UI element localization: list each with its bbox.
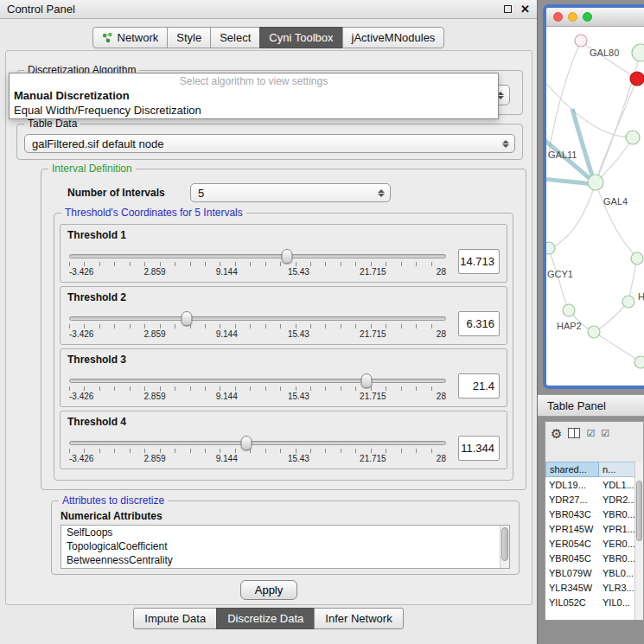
table-row[interactable]: YBR043CYBR0...	[545, 507, 643, 521]
tick-labels: -3.4262.8599.14415.4321.71528	[69, 267, 446, 277]
cell[interactable]: YER054C	[545, 539, 599, 549]
tick-label: 28	[437, 329, 446, 339]
cell[interactable]: YDR27...	[545, 494, 599, 505]
table-data-group: Table Data galFiltered.sif default node	[16, 124, 523, 160]
list-item[interactable]: SelfLoops	[61, 526, 509, 539]
select-all-checkbox-icon[interactable]: ☑	[586, 429, 595, 438]
minimize-traffic-light-icon[interactable]	[568, 12, 577, 22]
slider-ticks	[69, 386, 446, 391]
node[interactable]	[588, 326, 600, 338]
table-row[interactable]: YPR145WYPR1...	[545, 521, 643, 536]
group-title: Threshold's Coordinates for 5 Intervals	[61, 207, 246, 219]
selected-node[interactable]	[630, 72, 644, 86]
node-label: HAP2	[557, 321, 582, 331]
table-row[interactable]: YER054CYER0...	[545, 536, 643, 551]
dropdown-option-manual-discretization[interactable]: Manual Discretization	[10, 88, 498, 103]
scrollbar-thumb[interactable]	[636, 481, 642, 541]
tab-infer-network[interactable]: Infer Network	[314, 608, 403, 629]
tick-label: 2.859	[144, 329, 166, 339]
threshold-label: Threshold 4	[67, 416, 500, 428]
cell[interactable]: YLR345W	[545, 583, 599, 593]
tab-cyni-toolbox[interactable]: Cyni Toolbox	[259, 27, 342, 48]
node[interactable]	[632, 44, 644, 61]
column-header-shared-name[interactable]: shared...	[545, 462, 599, 477]
gear-icon[interactable]: ⚙	[551, 427, 562, 440]
tab-network[interactable]: Network	[92, 27, 169, 48]
threshold-slider[interactable]: -3.4262.8599.14415.4321.71528	[67, 370, 448, 401]
slider-track[interactable]	[69, 441, 446, 445]
list-item[interactable]: BetweennessCentrality	[61, 553, 509, 567]
tab-select[interactable]: Select	[210, 27, 260, 48]
cell[interactable]: YIL052C	[545, 597, 599, 608]
zoom-traffic-light-icon[interactable]	[583, 12, 592, 22]
node[interactable]	[546, 242, 555, 254]
tab-jactivemnodules[interactable]: jActiveMNodules	[342, 27, 445, 48]
dropdown-option-equal-width-frequency[interactable]: Equal Width/Frequency Discretization	[10, 103, 498, 118]
tab-style[interactable]: Style	[167, 27, 211, 48]
tick-label: 9.144	[216, 454, 238, 463]
node[interactable]	[588, 175, 603, 190]
threshold-value-field[interactable]: 14.713	[458, 249, 500, 274]
table-row[interactable]: YIL052CYIL0...	[545, 595, 643, 609]
select-columns-checkbox-icon[interactable]: ☑	[601, 429, 609, 438]
table-row[interactable]: YBR045CYBR0...	[545, 551, 643, 565]
threshold-label: Threshold 3	[67, 354, 500, 366]
number-of-intervals-label: Number of Intervals	[67, 187, 165, 199]
table-row[interactable]: YDL19...YDL1...	[545, 477, 643, 492]
close-icon[interactable]: ✕	[520, 3, 530, 16]
tick-label: -3.426	[69, 267, 93, 277]
tick-label: 21.715	[360, 392, 386, 401]
threshold-slider[interactable]: -3.4262.8599.14415.4321.71528	[67, 432, 448, 463]
apply-button[interactable]: Apply	[240, 580, 298, 600]
table-scrollbar[interactable]	[634, 462, 643, 621]
cell[interactable]: YBL079W	[545, 568, 599, 578]
window-title: Control Panel	[7, 3, 75, 16]
tick-labels: -3.4262.8599.14415.4321.71528	[69, 392, 446, 401]
threshold-slider[interactable]: -3.4262.8599.14415.4321.71528	[67, 308, 448, 339]
table-toolbar: ⚙ ☑ ☑	[545, 422, 643, 444]
slider-thumb[interactable]	[360, 373, 372, 388]
node[interactable]	[634, 356, 644, 368]
tick-label: 15.43	[288, 392, 309, 401]
node[interactable]	[622, 296, 634, 308]
tab-label: Style	[176, 31, 201, 44]
cell[interactable]: YDL19...	[545, 480, 599, 490]
number-of-intervals-combobox[interactable]: 5	[190, 183, 391, 202]
node[interactable]	[626, 131, 640, 144]
table-row[interactable]: YBL079WYBL0...	[545, 565, 643, 580]
tick-label: -3.426	[69, 454, 93, 463]
attributes-list[interactable]: SelfLoops TopologicalCoefficient Between…	[61, 525, 510, 569]
cell[interactable]: YBR043C	[545, 509, 599, 520]
threshold-value-field[interactable]: 21.4	[458, 373, 500, 399]
threshold-value-field[interactable]: 11.344	[458, 436, 500, 461]
columns-icon[interactable]	[568, 428, 580, 438]
slider-track[interactable]	[69, 379, 446, 383]
table-data-combobox[interactable]: galFiltered.sif default node	[24, 134, 515, 153]
cell[interactable]: YBR045C	[545, 553, 599, 564]
node[interactable]	[575, 35, 587, 47]
slider-thumb[interactable]	[240, 436, 252, 450]
table-row[interactable]: YLR345WYLR3...	[545, 580, 643, 595]
list-scrollbar[interactable]	[500, 526, 509, 568]
table-row[interactable]: YDR27...YDR2...	[545, 492, 643, 507]
node[interactable]	[631, 252, 643, 265]
list-item[interactable]: TopologicalCoefficient	[61, 539, 509, 553]
attributes-group: Attributes to discretize Numerical Attri…	[51, 501, 520, 575]
scrollbar-thumb[interactable]	[501, 527, 508, 561]
slider-thumb[interactable]	[181, 311, 192, 326]
cell[interactable]: YPR145W	[545, 524, 599, 534]
close-traffic-light-icon[interactable]	[553, 12, 563, 22]
slider-track[interactable]	[69, 316, 446, 321]
float-window-icon[interactable]	[504, 5, 512, 13]
cyni-toolbox-panel: Discretization Algorithm Table Data galF…	[5, 50, 532, 605]
network-canvas[interactable]: GAL80 GAL11 GAL4 GCY1 HAP2 H	[546, 27, 644, 386]
slider-track[interactable]	[69, 254, 446, 258]
tab-impute-data[interactable]: Impute Data	[133, 608, 217, 629]
tick-label: 2.859	[144, 392, 166, 401]
threshold-value-field[interactable]: 6.316	[458, 311, 500, 336]
threshold-slider[interactable]: -3.4262.8599.14415.4321.71528	[67, 245, 448, 277]
interval-definition-group: Interval Definition Number of Intervals …	[41, 169, 526, 490]
slider-thumb[interactable]	[281, 249, 292, 264]
node[interactable]	[563, 304, 575, 316]
tab-discretize-data[interactable]: Discretize Data	[216, 608, 315, 629]
